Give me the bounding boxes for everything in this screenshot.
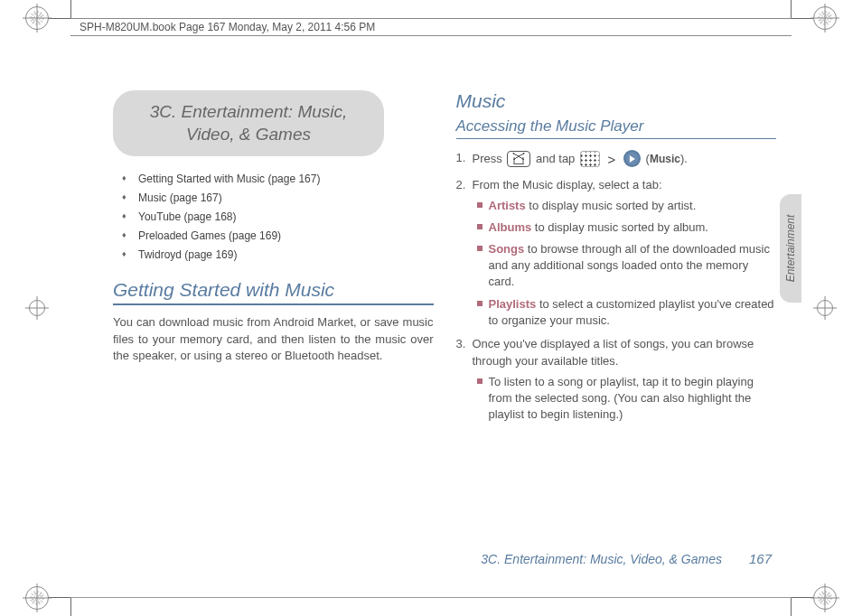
tab-label: Songs (489, 242, 525, 256)
step-1: 1. Press and tap > (Music). (456, 150, 777, 170)
tab-item-playlists: Playlists to select a customized playlis… (473, 296, 777, 329)
side-tab: Entertainment (780, 194, 801, 303)
toc-item: Music (page 167) (113, 191, 434, 204)
page-footer: 3C. Entertainment: Music, Video, & Games… (481, 551, 772, 566)
tab-rest: to display music sorted by artist. (526, 199, 697, 212)
heading-music: Music (456, 90, 777, 112)
section-title-capsule: 3C. Entertainment: Music, Video, & Games (113, 90, 384, 156)
tab-item-artists: Artists to display music sorted by artis… (473, 198, 777, 214)
square-bullet-icon (477, 224, 483, 229)
registration-circle-icon (817, 300, 833, 316)
right-column: Music Accessing the Music Player 1. Pres… (456, 90, 777, 530)
toc-item: Twidroyd (page 169) (113, 248, 434, 261)
section-title-line1: 3C. Entertainment: Music, (127, 101, 370, 124)
music-app-icon (623, 150, 641, 167)
step1-text-d: ). (680, 152, 688, 165)
document-header: SPH-M820UM.book Page 167 Monday, May 2, … (70, 18, 792, 36)
step-number: 2. (456, 177, 466, 194)
step-2: 2. From the Music display, select a tab:… (456, 177, 777, 329)
tab-label: Playlists (489, 297, 537, 311)
page-bottom-border (70, 597, 792, 598)
square-bullet-icon (477, 301, 483, 306)
tab-rest: to display music sorted by album. (531, 220, 708, 234)
step-3: 3. Once you've displayed a list of songs… (456, 336, 777, 423)
step-number: 3. (456, 336, 466, 353)
toc-item: Preloaded Games (page 169) (113, 229, 434, 242)
step-number: 1. (456, 150, 466, 167)
toc-item: Getting Started with Music (page 167) (113, 173, 434, 185)
page-content: 3C. Entertainment: Music, Video, & Games… (113, 90, 776, 530)
step3-sub-text: To listen to a song or playlist, tap it … (489, 375, 754, 421)
home-icon (507, 151, 530, 167)
tab-label: Albums (489, 220, 532, 234)
steps-list: 1. Press and tap > (Music). 2. From the … (456, 150, 777, 423)
footer-page-number: 167 (749, 551, 772, 566)
tab-item-songs: Songs to browse through all of the downl… (473, 241, 777, 291)
square-bullet-icon (477, 246, 483, 251)
step1-text-b: and tap (536, 152, 578, 165)
heading-accessing-player: Accessing the Music Player (456, 117, 777, 139)
doc-header-text: SPH-M820UM.book Page 167 Monday, May 2, … (80, 21, 375, 33)
square-bullet-icon (477, 378, 483, 384)
footer-text: 3C. Entertainment: Music, Video, & Games (481, 552, 722, 566)
tab-list: Artists to display music sorted by artis… (473, 198, 777, 329)
body-getting-started: You can download music from Android Mark… (113, 314, 434, 364)
left-column: 3C. Entertainment: Music, Video, & Games… (113, 90, 434, 530)
section-title-line2: Video, & Games (127, 124, 370, 146)
toc-item: YouTube (page 168) (113, 210, 434, 223)
step1-text-a: Press (473, 152, 506, 165)
registration-wheel-icon (25, 586, 49, 610)
toc-list: Getting Started with Music (page 167) Mu… (113, 173, 434, 261)
side-tab-label: Entertainment (784, 215, 797, 283)
tab-rest: to browse through all of the downloaded … (489, 242, 770, 288)
chevron-right-icon: > (608, 150, 616, 170)
registration-wheel-icon (813, 586, 837, 610)
registration-circle-icon (29, 300, 45, 316)
square-bullet-icon (477, 202, 483, 208)
registration-wheel-icon (25, 6, 49, 30)
tab-item-albums: Albums to display music sorted by album. (473, 219, 777, 236)
step3-sublist: To listen to a song or playlist, tap it … (473, 374, 777, 424)
step2-text: From the Music display, select a tab: (473, 178, 662, 191)
step3-sub-item: To listen to a song or playlist, tap it … (473, 374, 777, 424)
apps-grid-icon (580, 151, 600, 167)
registration-wheel-icon (813, 6, 837, 30)
heading-getting-started: Getting Started with Music (113, 279, 434, 305)
step3-text: Once you've displayed a list of songs, y… (473, 337, 754, 368)
tab-label: Artists (489, 199, 526, 212)
music-label: Music (650, 153, 680, 165)
